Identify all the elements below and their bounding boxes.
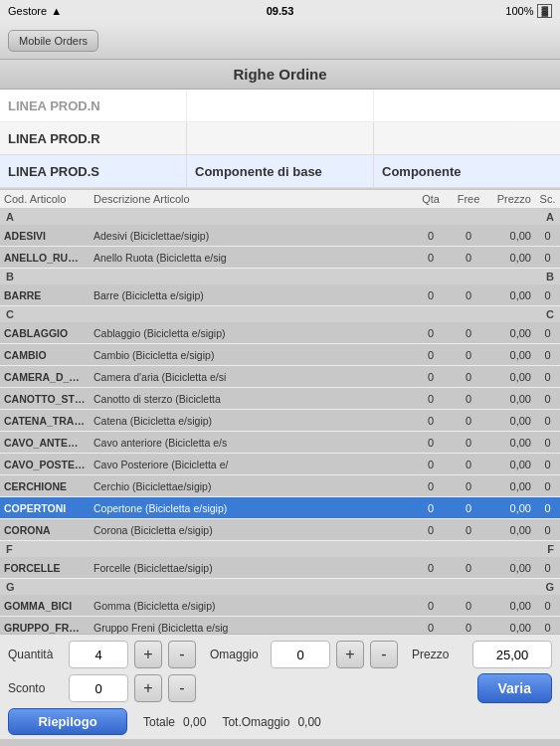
table-row[interactable]: BARREBarre (Bicicletta e/sigip)000,000 (0, 284, 560, 306)
picker-cell-2-0: LINEA PROD.S (0, 155, 187, 187)
picker-cell-3-1: Passamanerie (187, 188, 374, 189)
picker-cell-3-0: LINEA PROD.T (0, 188, 187, 189)
omaggio-label: Omaggio (210, 648, 265, 661)
control-row-2: Sconto + - Varia (8, 673, 552, 703)
table-row[interactable]: COPERTONICopertone (Bicicletta e/sigip)0… (0, 497, 560, 519)
page-title: Righe Ordine (0, 60, 560, 90)
wifi-icon: ▲ (51, 5, 62, 17)
picker-row-1[interactable]: LINEA PROD.R (0, 122, 560, 155)
th-desc: Descrizione Articolo (90, 193, 412, 205)
picker-row-3[interactable]: LINEA PROD.T Passamanerie Prodotto fi... (0, 188, 560, 189)
picker-cell-0-2 (374, 90, 560, 121)
main-content: LINEA PROD.N LINEA PROD.R LINEA PROD.S C… (0, 90, 560, 739)
th-prezzo: Prezzo (487, 193, 535, 205)
totale-value: 0,00 (183, 715, 206, 729)
table-row[interactable]: CABLAGGIOCablaggio (Bicicletta e/sigip)0… (0, 322, 560, 344)
section-letter-B: B (6, 271, 14, 282)
status-bar-right: 100% ▓ (505, 4, 552, 18)
table-row[interactable]: GRUPPO_FRENIGruppo Freni (Bicicletta e/s… (0, 617, 560, 634)
th-free: Free (450, 193, 487, 205)
th-qta: Qta (412, 193, 450, 205)
table-row[interactable]: CAMBIOCambio (Bicicletta e/sigip)000,000 (0, 344, 560, 366)
status-bar: Gestore ▲ 09.53 100% ▓ (0, 0, 560, 22)
riepilogo-button[interactable]: Riepilogo (8, 708, 127, 735)
omaggio-input[interactable] (271, 641, 330, 668)
table-row[interactable]: ANELLO_RUOTAAnello Ruota (Bicicletta e/s… (0, 247, 560, 269)
section-header-F: FF (0, 541, 560, 557)
mobile-orders-button[interactable]: Mobile Orders (8, 30, 98, 52)
th-sc: Sc. (535, 193, 560, 205)
table-row[interactable]: CATENA_TRASMISS...Catena (Bicicletta e/s… (0, 410, 560, 432)
battery-icon: ▓ (537, 4, 552, 18)
toolbar: Mobile Orders (0, 22, 560, 60)
picker-cell-1-2 (374, 122, 560, 154)
scrollable-list[interactable]: AAADESIVIAdesivi (Biciclettae/sigip)000,… (0, 209, 560, 634)
section-letter-C: C (6, 308, 14, 320)
table-row[interactable]: CAVO_ANTERIORECavo anteriore (Bicicletta… (0, 432, 560, 454)
table-row[interactable]: CAVO_POSTERIORECavo Posteriore (Biciclet… (0, 454, 560, 475)
prezzo-label: Prezzo (412, 648, 467, 661)
section-header-G: GG (0, 579, 560, 595)
table-row[interactable]: CAMERA_D_ARIACamera d'aria (Bicicletta e… (0, 366, 560, 388)
picker-cell-3-2: Prodotto fi... (374, 188, 560, 189)
picker-cell-0-0: LINEA PROD.N (0, 90, 187, 121)
picker-row-0[interactable]: LINEA PROD.N (0, 90, 560, 122)
omaggio-plus-btn[interactable]: + (336, 641, 364, 668)
bottom-footer: Riepilogo Totale 0,00 Tot.Omaggio 0,00 (8, 708, 552, 735)
picker-cell-0-1 (187, 90, 374, 121)
picker-area[interactable]: LINEA PROD.N LINEA PROD.R LINEA PROD.S C… (0, 90, 560, 189)
table-row[interactable]: GOMMA_BICIGomma (Bicicletta e/sigip)000,… (0, 595, 560, 617)
quantita-input[interactable] (69, 641, 128, 668)
table-row[interactable]: ADESIVIAdesivi (Biciclettae/sigip)000,00… (0, 225, 560, 247)
table-header: Cod. Articolo Descrizione Articolo Qta F… (0, 189, 560, 209)
picker-cell-1-0: LINEA PROD.R (0, 122, 187, 154)
table-row[interactable]: CORONACorona (Bicicletta e/sigip)000,000 (0, 519, 560, 541)
section-letter-G: G (6, 581, 15, 593)
sconto-input[interactable] (69, 674, 128, 702)
omaggio-minus-btn[interactable]: - (370, 641, 398, 668)
table-row[interactable]: CERCHIONECerchio (Biciclettae/sigip)000,… (0, 475, 560, 497)
status-bar-left: Gestore ▲ (8, 5, 62, 17)
table-row[interactable]: CANOTTO_STERZOCanotto di sterzo (Bicicle… (0, 388, 560, 410)
prezzo-input[interactable] (472, 641, 552, 668)
sconto-label: Sconto (8, 681, 63, 695)
bottom-controls: Quantità + - Omaggio + - Prezzo Sconto +… (0, 634, 560, 739)
picker-cell-2-1: Componente di base (187, 155, 374, 187)
section-header-A: AA (0, 209, 560, 225)
section-letter-A: A (6, 211, 14, 223)
section-header-C: CC (0, 306, 560, 322)
quantita-label: Quantità (8, 648, 63, 661)
battery-label: 100% (505, 5, 533, 17)
th-articolo: Cod. Articolo (0, 193, 90, 205)
sconto-minus-btn[interactable]: - (168, 674, 196, 702)
picker-cell-2-2: Componente (374, 155, 560, 187)
table-row[interactable]: FORCELLEForcelle (Biciclettae/sigip)000,… (0, 557, 560, 579)
varia-button[interactable]: Varia (477, 673, 552, 703)
tot-omaggio-value: 0,00 (297, 715, 320, 729)
section-letter-F: F (6, 543, 13, 555)
tot-omaggio-label: Tot.Omaggio (222, 715, 289, 729)
quantita-minus-btn[interactable]: - (168, 641, 196, 668)
picker-cell-1-1 (187, 122, 374, 154)
quantita-plus-btn[interactable]: + (134, 641, 162, 668)
control-row-1: Quantità + - Omaggio + - Prezzo (8, 641, 552, 668)
section-header-B: BB (0, 269, 560, 284)
status-bar-time: 09.53 (267, 5, 294, 17)
carrier-label: Gestore (8, 5, 47, 17)
sconto-plus-btn[interactable]: + (134, 674, 162, 702)
picker-row-2[interactable]: LINEA PROD.S Componente di base Componen… (0, 155, 560, 188)
totale-label: Totale (143, 715, 175, 729)
